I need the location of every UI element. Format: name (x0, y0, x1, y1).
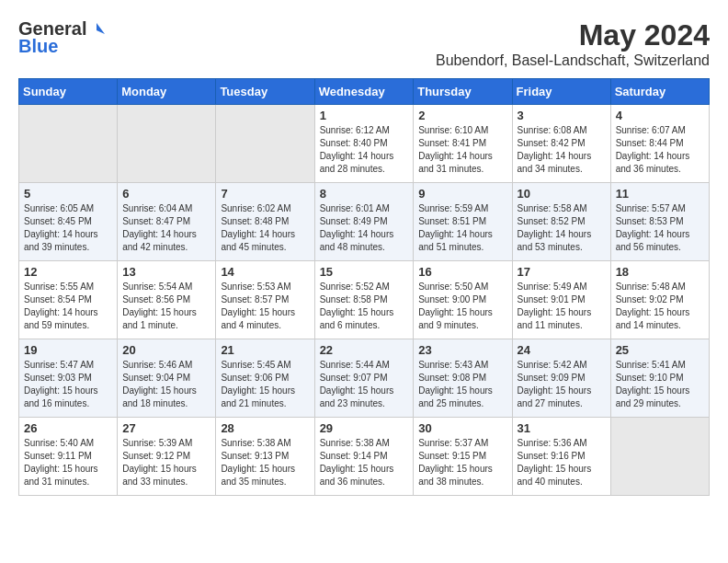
day-number: 31 (518, 421, 606, 435)
calendar-week-row: 5Sunrise: 6:05 AM Sunset: 8:45 PM Daylig… (19, 183, 710, 261)
calendar-day-cell (216, 105, 314, 183)
calendar-day-cell: 25Sunrise: 5:41 AM Sunset: 9:10 PM Dayli… (610, 339, 709, 418)
svg-marker-0 (97, 23, 105, 34)
day-info: Sunrise: 5:52 AM Sunset: 8:58 PM Dayligh… (320, 281, 409, 332)
day-number: 24 (518, 343, 606, 357)
calendar-day-cell: 9Sunrise: 5:59 AM Sunset: 8:51 PM Daylig… (414, 183, 512, 261)
day-info: Sunrise: 5:43 AM Sunset: 9:08 PM Dayligh… (418, 359, 506, 410)
day-info: Sunrise: 5:42 AM Sunset: 9:09 PM Dayligh… (518, 359, 606, 410)
day-number: 18 (616, 265, 704, 279)
day-number: 2 (418, 109, 506, 122)
calendar-day-cell: 23Sunrise: 5:43 AM Sunset: 9:08 PM Dayli… (414, 339, 512, 418)
calendar-day-cell: 18Sunrise: 5:48 AM Sunset: 9:02 PM Dayli… (610, 261, 709, 339)
day-info: Sunrise: 5:55 AM Sunset: 8:54 PM Dayligh… (24, 281, 112, 332)
calendar-day-cell: 29Sunrise: 5:38 AM Sunset: 9:14 PM Dayli… (314, 418, 414, 496)
day-number: 5 (24, 187, 112, 201)
calendar-day-cell: 13Sunrise: 5:54 AM Sunset: 8:56 PM Dayli… (118, 261, 216, 339)
day-number: 30 (418, 421, 506, 435)
weekday-header: Tuesday (216, 79, 314, 105)
day-info: Sunrise: 6:04 AM Sunset: 8:47 PM Dayligh… (122, 202, 210, 254)
day-info: Sunrise: 5:44 AM Sunset: 9:07 PM Dayligh… (320, 359, 409, 410)
calendar-day-cell: 20Sunrise: 5:46 AM Sunset: 9:04 PM Dayli… (118, 339, 216, 418)
calendar-day-cell: 30Sunrise: 5:37 AM Sunset: 9:15 PM Dayli… (414, 418, 512, 496)
calendar-day-cell: 10Sunrise: 5:58 AM Sunset: 8:52 PM Dayli… (512, 183, 610, 261)
day-info: Sunrise: 5:45 AM Sunset: 9:06 PM Dayligh… (221, 359, 309, 410)
day-number: 14 (221, 265, 309, 279)
day-number: 22 (320, 343, 409, 357)
day-info: Sunrise: 5:49 AM Sunset: 9:01 PM Dayligh… (518, 281, 606, 332)
calendar-week-row: 19Sunrise: 5:47 AM Sunset: 9:03 PM Dayli… (19, 339, 710, 418)
day-number: 15 (320, 265, 409, 279)
day-number: 13 (122, 265, 210, 279)
calendar-day-cell: 27Sunrise: 5:39 AM Sunset: 9:12 PM Dayli… (118, 418, 216, 496)
weekday-header: Friday (512, 79, 610, 105)
day-number: 28 (221, 421, 309, 435)
day-number: 23 (418, 343, 506, 357)
calendar-table: SundayMondayTuesdayWednesdayThursdayFrid… (18, 78, 710, 496)
month-title: May 2024 (436, 18, 710, 52)
day-number: 7 (221, 187, 309, 201)
day-number: 21 (221, 343, 309, 357)
day-number: 12 (24, 265, 112, 279)
day-info: Sunrise: 5:50 AM Sunset: 9:00 PM Dayligh… (418, 281, 506, 332)
day-number: 25 (616, 343, 704, 357)
calendar-day-cell: 11Sunrise: 5:57 AM Sunset: 8:53 PM Dayli… (610, 183, 709, 261)
day-info: Sunrise: 5:47 AM Sunset: 9:03 PM Dayligh… (24, 359, 112, 410)
day-number: 27 (122, 421, 210, 435)
day-info: Sunrise: 5:53 AM Sunset: 8:57 PM Dayligh… (221, 281, 309, 332)
day-number: 10 (518, 187, 606, 201)
day-number: 9 (418, 187, 506, 201)
day-info: Sunrise: 5:39 AM Sunset: 9:12 PM Dayligh… (122, 437, 210, 488)
calendar-day-cell: 7Sunrise: 6:02 AM Sunset: 8:48 PM Daylig… (216, 183, 314, 261)
calendar-day-cell: 14Sunrise: 5:53 AM Sunset: 8:57 PM Dayli… (216, 261, 314, 339)
day-number: 3 (518, 109, 606, 122)
calendar-day-cell: 31Sunrise: 5:36 AM Sunset: 9:16 PM Dayli… (512, 418, 610, 496)
calendar-day-cell: 3Sunrise: 6:08 AM Sunset: 8:42 PM Daylig… (512, 105, 610, 183)
calendar-header-row: SundayMondayTuesdayWednesdayThursdayFrid… (19, 79, 710, 105)
day-info: Sunrise: 5:54 AM Sunset: 8:56 PM Dayligh… (122, 281, 210, 332)
logo-blue-text: Blue (18, 36, 58, 57)
calendar-day-cell (610, 418, 709, 496)
calendar-day-cell: 2Sunrise: 6:10 AM Sunset: 8:41 PM Daylig… (414, 105, 512, 183)
logo-bird-icon (88, 21, 105, 38)
calendar-day-cell: 24Sunrise: 5:42 AM Sunset: 9:09 PM Dayli… (512, 339, 610, 418)
weekday-header: Wednesday (314, 79, 414, 105)
weekday-header: Saturday (610, 79, 709, 105)
day-info: Sunrise: 6:02 AM Sunset: 8:48 PM Dayligh… (221, 202, 309, 254)
calendar-day-cell: 19Sunrise: 5:47 AM Sunset: 9:03 PM Dayli… (19, 339, 118, 418)
day-number: 26 (24, 421, 112, 435)
day-info: Sunrise: 6:05 AM Sunset: 8:45 PM Dayligh… (24, 202, 112, 254)
calendar-week-row: 1Sunrise: 6:12 AM Sunset: 8:40 PM Daylig… (19, 105, 710, 183)
day-info: Sunrise: 6:07 AM Sunset: 8:44 PM Dayligh… (616, 124, 704, 176)
day-info: Sunrise: 5:38 AM Sunset: 9:13 PM Dayligh… (221, 437, 309, 488)
calendar-day-cell: 28Sunrise: 5:38 AM Sunset: 9:13 PM Dayli… (216, 418, 314, 496)
weekday-header: Monday (118, 79, 216, 105)
day-number: 29 (320, 421, 409, 435)
calendar-day-cell: 6Sunrise: 6:04 AM Sunset: 8:47 PM Daylig… (118, 183, 216, 261)
calendar-day-cell: 8Sunrise: 6:01 AM Sunset: 8:49 PM Daylig… (314, 183, 414, 261)
calendar-day-cell: 4Sunrise: 6:07 AM Sunset: 8:44 PM Daylig… (610, 105, 709, 183)
day-number: 11 (616, 187, 704, 201)
day-number: 17 (518, 265, 606, 279)
day-info: Sunrise: 6:01 AM Sunset: 8:49 PM Dayligh… (320, 202, 409, 254)
day-number: 19 (24, 343, 112, 357)
calendar-day-cell: 21Sunrise: 5:45 AM Sunset: 9:06 PM Dayli… (216, 339, 314, 418)
day-info: Sunrise: 5:58 AM Sunset: 8:52 PM Dayligh… (518, 202, 606, 254)
calendar-day-cell: 12Sunrise: 5:55 AM Sunset: 8:54 PM Dayli… (19, 261, 118, 339)
day-info: Sunrise: 5:40 AM Sunset: 9:11 PM Dayligh… (24, 437, 112, 488)
location-subtitle: Bubendorf, Basel-Landschaft, Switzerland (436, 52, 710, 69)
day-number: 6 (122, 187, 210, 201)
day-info: Sunrise: 5:36 AM Sunset: 9:16 PM Dayligh… (518, 437, 606, 488)
day-number: 20 (122, 343, 210, 357)
day-number: 8 (320, 187, 409, 201)
weekday-header: Sunday (19, 79, 118, 105)
weekday-header: Thursday (414, 79, 512, 105)
day-info: Sunrise: 6:12 AM Sunset: 8:40 PM Dayligh… (320, 124, 409, 176)
calendar-week-row: 12Sunrise: 5:55 AM Sunset: 8:54 PM Dayli… (19, 261, 710, 339)
day-number: 16 (418, 265, 506, 279)
calendar-day-cell (19, 105, 118, 183)
day-info: Sunrise: 5:46 AM Sunset: 9:04 PM Dayligh… (122, 359, 210, 410)
day-info: Sunrise: 5:57 AM Sunset: 8:53 PM Dayligh… (616, 202, 704, 254)
day-info: Sunrise: 6:08 AM Sunset: 8:42 PM Dayligh… (518, 124, 606, 176)
calendar-day-cell: 15Sunrise: 5:52 AM Sunset: 8:58 PM Dayli… (314, 261, 414, 339)
